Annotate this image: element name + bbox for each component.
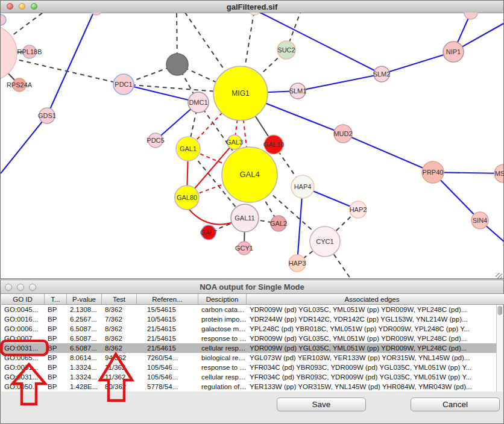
node-gal4[interactable] [222, 147, 277, 202]
column-header-1[interactable]: T... [45, 294, 67, 304]
table-cell: 80/362 [102, 383, 137, 390]
table-row[interactable]: GO:0031...BP6.5087...8/36221/54615cellul… [1, 343, 497, 353]
minimize-button-inactive[interactable] [17, 284, 24, 291]
node-cornerpink[interactable] [1, 14, 6, 25]
table-cell: 6.2567... [67, 316, 102, 323]
table-row[interactable]: GO:0031...BP1.3324...11/362105/546...res… [1, 363, 497, 372]
node-dmc1[interactable] [188, 92, 209, 113]
node-rpl18b[interactable] [23, 45, 36, 58]
table-row[interactable]: GO:0050...BP1.428E...80/3625778/54...reg… [1, 382, 497, 391]
node-gal2[interactable] [271, 216, 286, 231]
table-row[interactable]: GO:0007...BP6.5087...8/36221/54615respon… [1, 334, 497, 343]
node-topgreen[interactable] [249, 13, 260, 15]
zoom-button[interactable] [31, 3, 37, 10]
vertical-scrollbar[interactable] [496, 305, 503, 391]
node-rps24a[interactable] [13, 78, 26, 92]
node-gal1[interactable] [176, 137, 200, 161]
table-row[interactable]: GO:0006...BP6.5087...8/36221/54615galact… [1, 324, 497, 334]
node-hap4[interactable] [291, 175, 314, 198]
node-mud2[interactable] [334, 125, 352, 143]
table-cell: 21/54615 [137, 335, 198, 342]
network-canvas[interactable]: RPL18BRPS24AGDS1PDC1MIG1DMC1SUC2SLM1SLM2… [1, 13, 503, 278]
table-cell: BP [45, 373, 67, 381]
node-cyc1[interactable] [310, 226, 340, 257]
table-row[interactable]: GO:0016...BP6.2567...7/36210/54615protei… [1, 314, 497, 324]
node-gal3[interactable] [227, 135, 242, 149]
minimize-button[interactable] [19, 3, 25, 10]
table-cell: 6.5087... [67, 335, 102, 342]
table-cell: cellular respons... [198, 344, 247, 352]
table-cell: 21/54615 [137, 344, 198, 352]
node-slm2[interactable] [374, 66, 389, 82]
node-slm1[interactable] [290, 83, 306, 99]
table-row[interactable]: GO:0031...BP1.3324...11/362105/546...cel… [1, 372, 497, 382]
table-cell: YPL248C (pd) YBR018C, YML051W (pp) YDR00… [247, 325, 497, 332]
save-button[interactable]: Save [277, 398, 366, 411]
node-hap2[interactable] [350, 201, 367, 218]
node-hap3[interactable] [289, 255, 306, 272]
node-trpink[interactable] [464, 13, 477, 19]
node-nip1[interactable] [443, 42, 464, 62]
scrollbar-thumb[interactable] [497, 306, 502, 315]
table-cell: GO:0007... [1, 335, 45, 342]
network-edge [1, 116, 47, 173]
table-cell: cellular respons... [198, 373, 247, 381]
table-cell: GO:0016... [1, 316, 45, 323]
window-title: galFiltered.sif [227, 2, 278, 11]
table-cell: BP [45, 335, 67, 342]
table-cell: YFR034C (pd) YBR093C, YDR009W (pd) YGL03… [247, 364, 497, 371]
node-mig1[interactable] [213, 66, 268, 120]
table-cell: 11/362 [102, 364, 137, 371]
node-gal11[interactable] [231, 204, 259, 232]
table-cell: response to nut... [198, 364, 247, 371]
cancel-button[interactable]: Cancel [411, 398, 500, 411]
table-cell: BP [45, 325, 67, 332]
table-cell: regulation of bi... [198, 383, 247, 390]
node-suc2[interactable] [277, 41, 295, 59]
node-gal80[interactable] [175, 186, 199, 210]
table-row[interactable]: GO:0065...BP8.0614...94/3627260/54...bio… [1, 353, 497, 363]
close-button-inactive[interactable] [5, 284, 12, 291]
table-cell: galactose meta... [198, 325, 247, 332]
node-gal10[interactable] [264, 135, 283, 154]
table-cell: GO:0045... [1, 306, 45, 313]
node-gal7[interactable] [201, 225, 216, 240]
node-msl5[interactable] [494, 164, 503, 182]
table-cell: 6.5087... [67, 344, 102, 352]
column-header-5[interactable]: Desciption [198, 294, 247, 304]
table-cell: 11/362 [102, 373, 137, 381]
column-header-2[interactable]: P-value [67, 294, 102, 304]
table-cell: 8/362 [102, 306, 137, 313]
table-cell: 7260/54... [137, 354, 198, 361]
column-header-0[interactable]: GO ID [1, 294, 45, 304]
table-cell: BP [45, 316, 67, 323]
node-prp40[interactable] [422, 161, 444, 183]
table-cell: 8/362 [102, 325, 137, 332]
node-gray1[interactable] [166, 54, 188, 75]
table-cell: 1.428E... [67, 383, 102, 390]
network-edge [298, 74, 382, 91]
table-row[interactable]: GO:0045...BP2.1308...8/36215/54615carbon… [1, 305, 497, 314]
column-header-3[interactable]: Test [102, 294, 137, 304]
table-cell: BP [45, 364, 67, 371]
column-header-6[interactable]: Associated edges [247, 294, 497, 304]
resize-grip[interactable] [496, 273, 502, 278]
table-cell: 8/362 [102, 344, 137, 352]
network-edge [47, 13, 93, 116]
node-gds1[interactable] [39, 108, 55, 123]
table-cell: 21/54615 [137, 325, 198, 332]
table-cell: GO:0050... [1, 383, 45, 390]
node-pdc5[interactable] [148, 133, 163, 148]
table-cell: YDR009W (pd) YGL035C, YML051W (pp) YDR00… [247, 335, 497, 342]
table-cell: 15/54615 [137, 306, 198, 313]
zoom-button-inactive[interactable] [29, 284, 36, 291]
node-pdc1[interactable] [113, 74, 134, 95]
node-sin4[interactable] [471, 212, 488, 229]
node-gcy1[interactable] [238, 242, 251, 255]
column-header-4[interactable]: Referen... [137, 294, 198, 304]
table-cell: 94/362 [102, 354, 137, 361]
network-window-titlebar[interactable]: galFiltered.sif [1, 1, 503, 13]
close-button[interactable] [7, 3, 13, 10]
noa-window-titlebar[interactable]: NOA output for Single Mode [1, 280, 503, 294]
table-cell: GO:0065... [1, 354, 45, 361]
